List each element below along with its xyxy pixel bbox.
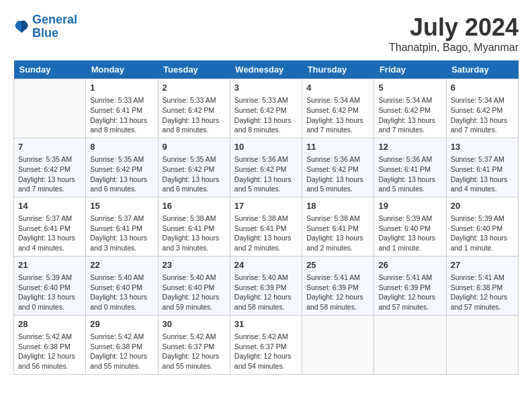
- calendar-cell: 31Sunrise: 5:42 AMSunset: 6:37 PMDayligh…: [230, 315, 302, 374]
- logo-line2: Blue: [32, 26, 58, 40]
- sunrise-text: Sunrise: 5:34 AM: [378, 96, 432, 104]
- daylight-text: Daylight: 13 hours and 5 minutes.: [378, 175, 435, 193]
- day-number: 8: [90, 141, 153, 153]
- sunset-text: Sunset: 6:41 PM: [234, 224, 287, 232]
- logo-icon: [13, 19, 30, 35]
- calendar-cell: 20Sunrise: 5:39 AMSunset: 6:40 PMDayligh…: [446, 197, 518, 256]
- header-row: SundayMondayTuesdayWednesdayThursdayFrid…: [14, 60, 519, 79]
- calendar-cell: 28Sunrise: 5:42 AMSunset: 6:38 PMDayligh…: [14, 315, 86, 374]
- sunset-text: Sunset: 6:41 PM: [163, 224, 215, 232]
- calendar-cell: 21Sunrise: 5:39 AMSunset: 6:40 PMDayligh…: [14, 256, 86, 315]
- sunrise-text: Sunrise: 5:36 AM: [378, 155, 432, 163]
- daylight-text: Daylight: 13 hours and 3 minutes.: [90, 234, 147, 252]
- sunset-text: Sunset: 6:42 PM: [163, 106, 215, 114]
- daylight-text: Daylight: 12 hours and 58 minutes.: [306, 293, 363, 311]
- header-cell-thursday: Thursday: [302, 60, 374, 79]
- sunrise-text: Sunrise: 5:41 AM: [451, 273, 504, 281]
- calendar-cell: 29Sunrise: 5:42 AMSunset: 6:38 PMDayligh…: [86, 315, 158, 374]
- calendar-cell: 7Sunrise: 5:35 AMSunset: 6:42 PMDaylight…: [14, 138, 86, 197]
- calendar-cell: 1Sunrise: 5:33 AMSunset: 6:41 PMDaylight…: [86, 79, 158, 138]
- daylight-text: Daylight: 13 hours and 4 minutes.: [18, 234, 75, 252]
- sunset-text: Sunset: 6:40 PM: [163, 283, 215, 291]
- calendar-cell: 23Sunrise: 5:40 AMSunset: 6:40 PMDayligh…: [158, 256, 230, 315]
- daylight-text: Daylight: 13 hours and 5 minutes.: [234, 175, 292, 193]
- daylight-text: Daylight: 13 hours and 5 minutes.: [306, 175, 363, 193]
- calendar-cell: 22Sunrise: 5:40 AMSunset: 6:40 PMDayligh…: [86, 256, 158, 315]
- sunrise-text: Sunrise: 5:42 AM: [163, 332, 216, 340]
- sunrise-text: Sunrise: 5:39 AM: [18, 273, 72, 281]
- sunrise-text: Sunrise: 5:33 AM: [90, 96, 144, 104]
- calendar-cell: 18Sunrise: 5:38 AMSunset: 6:41 PMDayligh…: [302, 197, 374, 256]
- calendar-body: 1Sunrise: 5:33 AMSunset: 6:41 PMDaylight…: [14, 79, 519, 375]
- daylight-text: Daylight: 12 hours and 55 minutes.: [163, 352, 220, 370]
- sunrise-text: Sunrise: 5:39 AM: [378, 214, 432, 222]
- sunrise-text: Sunrise: 5:38 AM: [234, 214, 288, 222]
- calendar-cell: 11Sunrise: 5:36 AMSunset: 6:42 PMDayligh…: [302, 138, 374, 197]
- daylight-text: Daylight: 13 hours and 0 minutes.: [18, 293, 75, 311]
- sunset-text: Sunset: 6:37 PM: [163, 342, 215, 351]
- calendar-cell: 8Sunrise: 5:35 AMSunset: 6:42 PMDaylight…: [86, 138, 158, 197]
- week-row-1: 1Sunrise: 5:33 AMSunset: 6:41 PMDaylight…: [14, 79, 519, 138]
- sunset-text: Sunset: 6:41 PM: [90, 106, 142, 114]
- day-number: 14: [18, 200, 81, 212]
- day-number: 24: [234, 259, 298, 271]
- daylight-text: Daylight: 13 hours and 7 minutes.: [451, 116, 508, 134]
- daylight-text: Daylight: 12 hours and 56 minutes.: [18, 352, 75, 370]
- daylight-text: Daylight: 12 hours and 59 minutes.: [163, 293, 220, 311]
- sunrise-text: Sunrise: 5:40 AM: [90, 273, 144, 281]
- calendar-cell: 3Sunrise: 5:33 AMSunset: 6:42 PMDaylight…: [230, 79, 302, 138]
- sunset-text: Sunset: 6:41 PM: [90, 224, 142, 232]
- day-number: 2: [163, 82, 226, 94]
- sunset-text: Sunset: 6:39 PM: [306, 283, 359, 291]
- week-row-2: 7Sunrise: 5:35 AMSunset: 6:42 PMDaylight…: [14, 138, 519, 197]
- sunrise-text: Sunrise: 5:42 AM: [234, 332, 288, 340]
- daylight-text: Daylight: 13 hours and 7 minutes.: [378, 116, 435, 134]
- calendar-cell: 6Sunrise: 5:34 AMSunset: 6:42 PMDaylight…: [446, 79, 518, 138]
- day-number: 29: [90, 318, 153, 330]
- day-number: 10: [234, 141, 298, 153]
- sunrise-text: Sunrise: 5:34 AM: [451, 96, 504, 104]
- calendar-cell: 13Sunrise: 5:37 AMSunset: 6:41 PMDayligh…: [446, 138, 518, 197]
- calendar-cell: 27Sunrise: 5:41 AMSunset: 6:38 PMDayligh…: [446, 256, 518, 315]
- day-number: 20: [451, 200, 514, 212]
- sunset-text: Sunset: 6:40 PM: [90, 283, 142, 291]
- sunset-text: Sunset: 6:37 PM: [234, 342, 287, 351]
- sunrise-text: Sunrise: 5:41 AM: [378, 273, 432, 281]
- day-number: 22: [90, 259, 153, 271]
- day-number: 17: [234, 200, 298, 212]
- logo-text: General Blue: [32, 13, 77, 40]
- sunrise-text: Sunrise: 5:35 AM: [90, 155, 144, 163]
- sunrise-text: Sunrise: 5:37 AM: [18, 214, 72, 222]
- day-number: 15: [90, 200, 153, 212]
- daylight-text: Daylight: 12 hours and 55 minutes.: [90, 352, 147, 370]
- calendar-cell: 5Sunrise: 5:34 AMSunset: 6:42 PMDaylight…: [374, 79, 446, 138]
- sunrise-text: Sunrise: 5:41 AM: [306, 273, 360, 281]
- day-number: 19: [378, 200, 441, 212]
- day-number: 28: [18, 318, 81, 330]
- daylight-text: Daylight: 13 hours and 8 minutes.: [234, 116, 292, 134]
- calendar-cell: 17Sunrise: 5:38 AMSunset: 6:41 PMDayligh…: [230, 197, 302, 256]
- calendar-cell: 25Sunrise: 5:41 AMSunset: 6:39 PMDayligh…: [302, 256, 374, 315]
- sunrise-text: Sunrise: 5:38 AM: [306, 214, 360, 222]
- sunset-text: Sunset: 6:39 PM: [234, 283, 287, 291]
- logo-line1: General: [32, 13, 77, 26]
- calendar-cell: [374, 315, 446, 374]
- daylight-text: Daylight: 13 hours and 8 minutes.: [90, 116, 147, 134]
- day-number: 23: [163, 259, 226, 271]
- daylight-text: Daylight: 13 hours and 6 minutes.: [163, 175, 220, 193]
- daylight-text: Daylight: 13 hours and 4 minutes.: [451, 175, 508, 193]
- daylight-text: Daylight: 12 hours and 57 minutes.: [451, 293, 508, 311]
- calendar-cell: 9Sunrise: 5:35 AMSunset: 6:42 PMDaylight…: [158, 138, 230, 197]
- sunrise-text: Sunrise: 5:40 AM: [234, 273, 288, 281]
- day-number: 13: [451, 141, 514, 153]
- daylight-text: Daylight: 13 hours and 2 minutes.: [306, 234, 363, 252]
- day-number: 6: [451, 82, 514, 94]
- day-number: 31: [234, 318, 298, 330]
- sunset-text: Sunset: 6:42 PM: [306, 165, 359, 173]
- sunrise-text: Sunrise: 5:35 AM: [18, 155, 72, 163]
- sunrise-text: Sunrise: 5:37 AM: [451, 155, 504, 163]
- day-number: 11: [306, 141, 369, 153]
- sunset-text: Sunset: 6:41 PM: [451, 165, 503, 173]
- sunset-text: Sunset: 6:42 PM: [451, 106, 503, 114]
- sunset-text: Sunset: 6:41 PM: [378, 165, 431, 173]
